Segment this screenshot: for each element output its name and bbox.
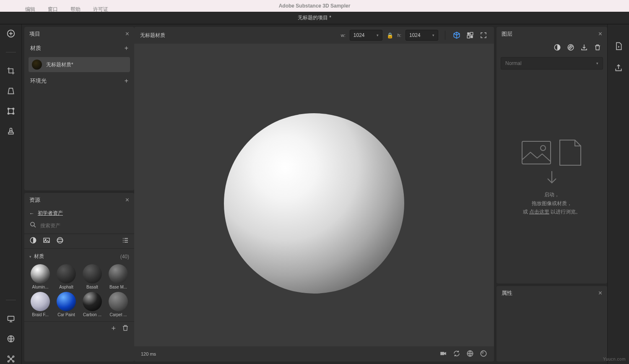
share-icon[interactable] (613, 63, 624, 73)
project-title-bar: 编辑 窗口 帮助 许可证 无标题的项目 * (0, 12, 629, 24)
close-icon[interactable]: × (125, 30, 129, 38)
image-placeholder-icon (521, 140, 551, 165)
export-file-icon[interactable] (613, 41, 624, 51)
asset-thumb (83, 264, 102, 283)
globe-icon[interactable] (6, 334, 16, 344)
asset-item[interactable]: Carbon ... (81, 292, 104, 317)
filter-image-icon[interactable] (43, 237, 50, 246)
file-placeholder-icon (558, 138, 582, 167)
asset-label: Braid F... (29, 312, 51, 317)
viewport-3d[interactable] (134, 44, 494, 346)
materials-section: 材质 (30, 44, 41, 52)
asset-thumb (31, 264, 50, 283)
browse-link[interactable]: 点击这里 (529, 209, 549, 215)
layer-drop-area[interactable]: 启动， 拖放图像或材质， 或 点击这里 以进行浏览。 (496, 71, 607, 283)
svg-rect-6 (8, 316, 14, 320)
refresh-icon[interactable] (453, 350, 460, 358)
svg-point-12 (13, 361, 14, 362)
globe-wire-icon[interactable] (466, 350, 474, 358)
watermark: Yuucn.com (603, 357, 626, 361)
asset-item[interactable]: Basalt (81, 264, 104, 289)
menu-help[interactable]: 帮助 (70, 6, 81, 13)
lock-icon[interactable]: 🔒 (387, 32, 393, 39)
asset-item[interactable]: Base M... (107, 264, 130, 289)
right-toolbar (607, 24, 629, 364)
svg-point-9 (8, 356, 9, 357)
delete-asset-button[interactable] (122, 324, 129, 333)
width-label: w: (341, 33, 346, 38)
asset-item[interactable]: Car Paint (55, 292, 78, 317)
close-icon[interactable]: × (598, 289, 602, 297)
transform-icon[interactable] (6, 106, 16, 116)
display-icon[interactable] (6, 314, 16, 324)
grid-2d-icon[interactable] (465, 31, 475, 40)
separator (6, 52, 16, 52)
asset-grid: Alumin...AsphaltBasaltBase M...Braid F..… (24, 262, 134, 321)
asset-label: Car Paint (55, 312, 77, 317)
asset-label: Alumin... (29, 285, 51, 289)
height-label: h: (398, 33, 401, 38)
svg-point-17 (57, 237, 63, 243)
add-button[interactable] (6, 29, 16, 39)
viewport-panel: 无标题材质 w: 1024▾ 🔒 h: 1024▾ 120 ms (134, 27, 494, 361)
hint-line1: 启动， (523, 190, 581, 199)
import-icon[interactable] (580, 44, 588, 53)
app-title: Adobe Substance 3D Sampler (279, 3, 351, 9)
breadcrumb[interactable]: 初学者资产 (38, 210, 63, 217)
hint-line3: 或 点击这里 以进行浏览。 (523, 208, 581, 216)
project-panel-title: 项目 (29, 30, 40, 38)
asset-item[interactable]: Asphalt (55, 264, 78, 289)
menu-window[interactable]: 窗口 (48, 6, 58, 13)
viewport-material-name: 无标题材质 (140, 32, 165, 39)
add-env-button[interactable]: + (125, 77, 128, 85)
asset-thumb (83, 292, 102, 311)
svg-rect-22 (470, 36, 473, 38)
project-name: 无标题的项目 * (298, 14, 331, 21)
asset-item[interactable]: Alumin... (29, 264, 52, 289)
svg-point-18 (57, 239, 63, 242)
add-asset-button[interactable]: + (111, 324, 116, 333)
svg-point-11 (8, 361, 9, 362)
trash-icon[interactable] (594, 44, 601, 53)
asset-label: Asphalt (55, 285, 77, 289)
material-item[interactable]: 无标题材质* (29, 57, 130, 72)
resources-title: 资源 (29, 196, 40, 204)
svg-point-25 (482, 352, 484, 354)
filter-sphere-icon[interactable] (56, 237, 64, 246)
cube-3d-icon[interactable] (452, 31, 461, 40)
category-count: (40) (120, 254, 129, 260)
filter-contrast-icon[interactable] (29, 237, 37, 246)
contrast-icon[interactable] (554, 44, 561, 53)
width-select[interactable]: 1024▾ (350, 30, 382, 41)
perspective-icon[interactable] (6, 86, 16, 96)
hatch-icon[interactable] (567, 44, 574, 53)
crop-icon[interactable] (6, 66, 16, 76)
svg-point-13 (31, 222, 34, 226)
list-view-icon[interactable] (122, 237, 129, 246)
close-icon[interactable]: × (125, 196, 129, 204)
back-icon[interactable]: ← (29, 211, 34, 216)
asset-item[interactable]: Carpet ... (107, 292, 130, 317)
search-input[interactable] (40, 223, 129, 229)
sphere-preview-icon[interactable] (480, 350, 487, 358)
svg-point-10 (13, 356, 14, 357)
asset-item[interactable]: Braid F... (29, 292, 52, 317)
menu-license[interactable]: 许可证 (93, 6, 108, 13)
close-icon[interactable]: × (598, 30, 602, 38)
menu-edit[interactable]: 编辑 (25, 6, 35, 13)
hint-line2: 拖放图像或材质， (523, 199, 581, 208)
chevron-down-icon[interactable]: ▾ (29, 255, 31, 259)
fullscreen-icon[interactable] (479, 31, 488, 40)
menu-row: 编辑 窗口 帮助 许可证 (25, 6, 108, 13)
height-select[interactable]: 1024▾ (405, 30, 438, 41)
asset-thumb (57, 264, 76, 283)
stamp-icon[interactable] (6, 126, 16, 136)
layers-panel: 图层 × Normal▾ 启动， 拖放图像或材质， (496, 27, 607, 283)
render-time: 120 ms (141, 351, 156, 356)
blend-mode-select[interactable]: Normal▾ (501, 57, 603, 70)
graph-icon[interactable] (6, 354, 16, 364)
left-toolbar (0, 24, 22, 364)
add-material-button[interactable]: + (125, 44, 128, 52)
svg-rect-20 (470, 32, 473, 35)
camera-icon[interactable] (439, 350, 447, 358)
